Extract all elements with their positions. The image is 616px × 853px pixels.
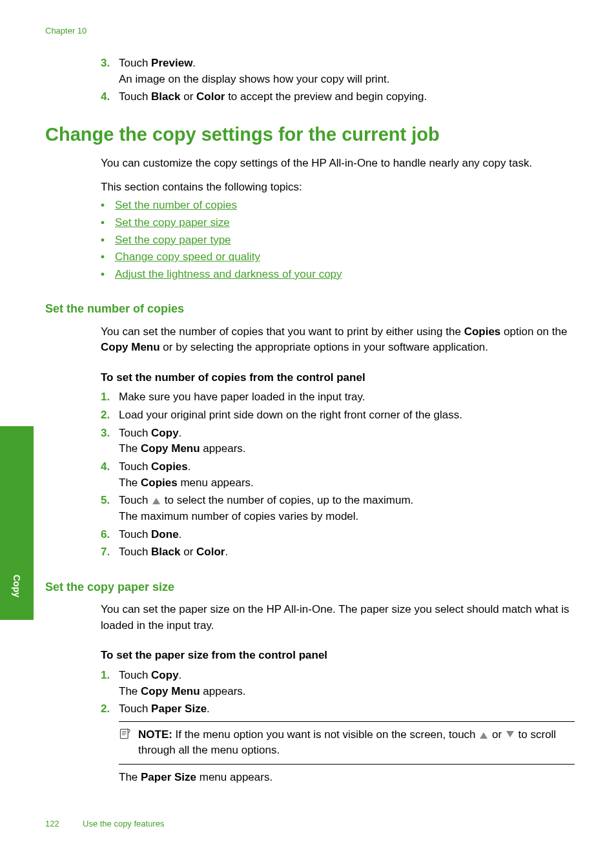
toc-link-set-number-copies[interactable]: Set the number of copies [115,199,237,211]
step-sub: The Copy Menu appears. [119,441,575,457]
text: The [119,442,141,455]
toc-item: •Change copy speed or quality [101,249,575,265]
note-body: NOTE: If the menu option you want is not… [138,727,575,759]
text: or by selecting the appropriate options … [160,341,488,353]
svg-rect-0 [121,729,128,738]
text: appears. [200,442,246,455]
bold-preview: Preview [151,57,192,69]
text: menu appears. [196,771,272,783]
text: to select the number of copies, up to th… [161,494,413,506]
side-tab: Copy [0,426,34,620]
step-1: 1. Touch Copy. The Copy Menu appears. [101,668,575,699]
chapter-label: Chapter 10 [45,26,87,36]
heading-change-copy-settings: Change the copy settings for the current… [45,121,575,148]
bold-color: Color [196,90,225,103]
toc-list: •Set the number of copies •Set the copy … [101,198,575,282]
toc-link-adjust-lightness[interactable]: Adjust the lightness and darkness of you… [115,268,342,280]
toc-item: •Set the number of copies [101,198,575,214]
bold-copy-menu: Copy Menu [141,442,200,455]
text: Touch [119,90,151,103]
toc-link-set-paper-type[interactable]: Set the copy paper type [115,234,231,246]
step-4: 4. Touch Copies. The Copies menu appears… [101,459,575,491]
up-arrow-icon [152,498,160,504]
step-sub: An image on the display shows how your c… [119,72,575,88]
step-body: Touch Black or Color to accept the previ… [119,89,575,105]
bold-copies: Copies [464,325,501,338]
note-label: NOTE: [138,728,172,741]
text: . [179,427,182,439]
step-sub: The Copies menu appears. [119,475,575,491]
step-number: 6. [101,527,119,543]
text: or [180,90,196,103]
footer: 122Use the copy features [45,819,164,828]
step-6: 6. Touch Done. [101,527,575,543]
text: Touch [119,494,151,506]
bold-copies: Copies [151,460,188,473]
bold-copy: Copy [151,669,179,681]
step-number: 4. [101,89,119,105]
text: Touch [119,57,151,69]
up-arrow-icon [480,732,488,739]
side-tab-label: Copy [12,575,22,597]
heading-set-number-copies: Set the number of copies [45,300,575,317]
step-body: Touch to select the number of copies, up… [119,493,575,524]
bullet-icon: • [101,198,115,214]
bold-done: Done [151,528,179,540]
bold-black: Black [151,546,180,558]
text: . [179,528,182,540]
step-4: 4. Touch Black or Color to accept the pr… [101,89,575,105]
down-arrow-icon [506,731,514,737]
bullet-icon: • [101,232,115,249]
intro-steps: 3. Touch Preview. An image on the displa… [101,56,575,105]
bold-copy: Copy [151,427,179,439]
text: The [119,771,141,783]
text: to accept the preview and begin copying. [225,90,427,103]
toc-item: •Set the copy paper size [101,215,575,231]
section-set-paper-size: You can set the paper size on the HP All… [101,602,575,786]
step-1: 1. Make sure you have paper loaded in th… [101,389,575,406]
text: The [119,477,141,489]
step-number: 2. [101,407,119,424]
step-3: 3. Touch Copy. The Copy Menu appears. [101,426,575,457]
text: . [225,546,228,558]
paragraph: You can set the paper size on the HP All… [101,602,575,633]
bold-paper-size: Paper Size [151,703,207,715]
step-sub: The maximum number of copies varies by m… [119,509,575,525]
section-intro: You can customize the copy settings of t… [101,156,575,282]
toc-link-change-speed-quality[interactable]: Change copy speed or quality [115,251,260,263]
step-body: Touch Copy. The Copy Menu appears. [119,668,575,699]
paragraph: This section contains the following topi… [101,180,575,196]
step-number: 7. [101,544,119,560]
procedure-title: To set the paper size from the control p… [101,648,575,664]
step-sub: The Copy Menu appears. [119,684,575,700]
page: Chapter 10 Copy 3. Touch Preview. An ima… [0,0,616,853]
toc-link-set-paper-size[interactable]: Set the copy paper size [115,216,230,229]
text: Touch [119,460,151,473]
step-body: Touch Copy. The Copy Menu appears. [119,426,575,457]
step-number: 3. [101,56,119,87]
paragraph: You can customize the copy settings of t… [101,156,575,172]
text: . [179,669,182,681]
step-7: 7. Touch Black or Color. [101,544,575,560]
step-number: 4. [101,459,119,491]
text: Touch [119,669,151,681]
bold-copy-menu: Copy Menu [101,341,160,353]
step-2: 2. Load your original print side down on… [101,407,575,424]
text: Touch [119,528,151,540]
text: option on the [500,325,567,338]
heading-set-paper-size: Set the copy paper size [45,579,575,595]
text: . [192,57,196,69]
text: or [489,728,505,741]
text: You can set the number of copies that yo… [101,325,464,338]
page-number: 122 [45,819,83,828]
text: . [188,460,191,473]
step-body: Make sure you have paper loaded in the i… [119,389,575,406]
step-sub: The Paper Size menu appears. [119,770,575,786]
text: or [180,546,196,558]
text: Touch [119,546,151,558]
text: . [207,703,210,715]
procedure-title: To set the number of copies from the con… [101,370,575,386]
step-2: 2. Touch Paper Size. NOTE: If the menu o… [101,701,575,786]
step-5: 5. Touch to select the number of copies,… [101,493,575,524]
note-icon [119,727,138,759]
